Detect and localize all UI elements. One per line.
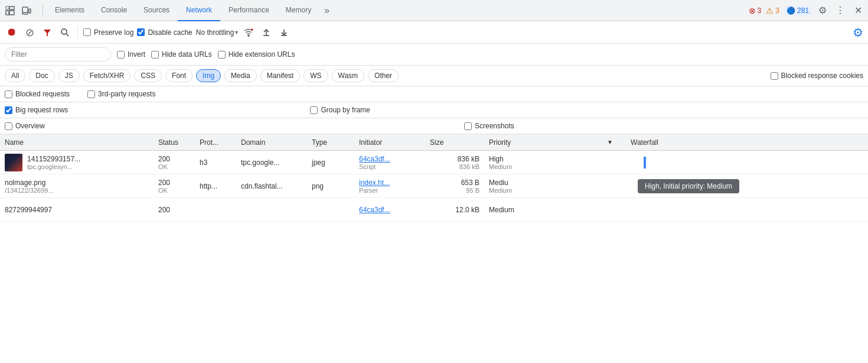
tab-network[interactable]: Network: [178, 0, 220, 21]
col-header-size[interactable]: Size: [425, 134, 484, 150]
inspect-icon[interactable]: [4, 4, 17, 17]
preserve-log-checkbox[interactable]: Preserve log: [83, 28, 133, 37]
col-header-name[interactable]: Name: [0, 134, 154, 150]
name-cell: 827299944997: [0, 205, 154, 215]
wifi-icon[interactable]: [242, 25, 256, 40]
tab-sources[interactable]: Sources: [135, 0, 178, 21]
name-cell: nolmage.png /134122/32699...: [0, 177, 154, 195]
hide-extension-urls-checkbox[interactable]: Hide extension URLs: [218, 50, 295, 59]
priority-tooltip: High, Initial priority: Medium: [638, 179, 739, 193]
type-btn-img[interactable]: Img: [196, 69, 221, 82]
options-left-2: Big request rows: [5, 106, 68, 114]
more-tabs-button[interactable]: »: [319, 0, 334, 21]
waterfall-cell: [626, 155, 744, 170]
blocked-requests-checkbox[interactable]: Blocked requests: [5, 90, 70, 98]
status-cell: 200 OK: [154, 154, 195, 171]
thumbnail: [5, 154, 22, 171]
disable-cache-checkbox[interactable]: Disable cache: [137, 28, 192, 37]
table-row[interactable]: 827299944997 200 64ca3df... 12.0 kB Medi…: [0, 198, 868, 222]
col-header-protocol[interactable]: Prot...: [195, 134, 236, 150]
type-btn-manifest[interactable]: Manifest: [260, 69, 300, 82]
group-by-frame-input[interactable]: [310, 106, 318, 114]
hide-extension-urls-input[interactable]: [218, 51, 226, 59]
blocked-cookies-checkbox[interactable]: Blocked response cookies: [771, 72, 863, 80]
col-header-type[interactable]: Type: [307, 134, 354, 150]
blocked-cookies-input[interactable]: [771, 72, 778, 80]
tab-memory[interactable]: Memory: [278, 0, 319, 21]
tab-performance[interactable]: Performance: [220, 0, 278, 21]
network-table: Name Status Prot... Domain Type Initiato…: [0, 134, 868, 222]
third-party-input[interactable]: [87, 90, 95, 98]
invert-input[interactable]: [117, 51, 125, 59]
svg-line-12: [252, 29, 253, 30]
protocol-cell: [195, 209, 236, 211]
search-button[interactable]: [58, 25, 72, 40]
type-btn-other[interactable]: Other: [368, 69, 399, 82]
preserve-log-input[interactable]: [83, 28, 91, 36]
waterfall-bar: [644, 180, 646, 192]
initiator-cell: 64ca3df...: [354, 205, 425, 215]
col-header-waterfall[interactable]: Waterfall: [626, 134, 744, 150]
network-settings-icon[interactable]: ⚙: [853, 25, 863, 40]
hide-data-urls-checkbox[interactable]: Hide data URLs: [151, 50, 212, 59]
type-btn-font[interactable]: Font: [165, 69, 192, 82]
sort-cell: [602, 209, 626, 211]
big-request-rows-input[interactable]: [5, 106, 12, 114]
svg-line-9: [66, 34, 68, 36]
type-btn-ws[interactable]: WS: [304, 69, 328, 82]
disable-cache-input[interactable]: [137, 28, 145, 36]
tab-console[interactable]: Console: [93, 0, 135, 21]
options-row-2: Big request rows Group by frame: [0, 102, 868, 118]
error-count-red[interactable]: ⊗ 3: [749, 6, 762, 15]
stop-recording-button[interactable]: ⏺: [5, 25, 19, 40]
tab-elements[interactable]: Elements: [47, 0, 93, 21]
group-by-frame-checkbox[interactable]: Group by frame: [310, 106, 370, 114]
type-btn-css[interactable]: CSS: [134, 69, 162, 82]
clear-button[interactable]: ⊘: [22, 25, 37, 40]
options-row-3: Overview Screenshots: [0, 118, 868, 134]
invert-checkbox[interactable]: Invert: [117, 50, 145, 59]
overview-input[interactable]: [5, 122, 12, 130]
filter-row: Invert Hide data URLs Hide extension URL…: [0, 44, 868, 66]
type-btn-media[interactable]: Media: [224, 69, 257, 82]
screenshots-checkbox[interactable]: Screenshots: [464, 122, 514, 130]
device-icon[interactable]: [20, 4, 33, 17]
filter-input[interactable]: [5, 47, 111, 61]
upload-icon[interactable]: [259, 25, 273, 40]
protocol-cell: http...: [195, 181, 236, 192]
more-options-icon[interactable]: ⋮: [834, 4, 847, 17]
table-row[interactable]: 141152993157... tpc.googlesyn... 200 OK …: [0, 151, 868, 174]
col-header-initiator[interactable]: Initiator: [354, 134, 425, 150]
svg-point-10: [248, 35, 249, 36]
type-btn-fetch-xhr[interactable]: Fetch/XHR: [83, 69, 131, 82]
col-header-domain[interactable]: Domain: [236, 134, 307, 150]
blocked-requests-input[interactable]: [5, 90, 12, 98]
table-row[interactable]: nolmage.png /134122/32699... 200 OK http…: [0, 174, 868, 198]
initiator-cell: index.ht... Parser: [354, 177, 425, 195]
options-row-1: Blocked requests 3rd-party requests: [0, 86, 868, 102]
error-count-blue[interactable]: 🔵 281: [784, 6, 811, 15]
waterfall-bar: [644, 157, 646, 168]
overview-checkbox[interactable]: Overview: [5, 122, 45, 130]
throttle-selector[interactable]: No throttling ▾: [196, 28, 239, 37]
close-devtools-icon[interactable]: ✕: [851, 4, 864, 17]
hide-data-urls-input[interactable]: [151, 51, 159, 59]
type-btn-js[interactable]: JS: [58, 69, 80, 82]
type-cell: png: [307, 181, 354, 192]
filter-icon[interactable]: [40, 25, 54, 40]
col-header-status[interactable]: Status: [154, 134, 195, 150]
col-header-sort[interactable]: ▼: [602, 134, 626, 150]
third-party-checkbox[interactable]: 3rd-party requests: [87, 90, 155, 98]
col-header-priority[interactable]: Priority: [484, 134, 602, 150]
type-btn-all[interactable]: All: [5, 69, 25, 82]
big-request-rows-checkbox[interactable]: Big request rows: [5, 106, 68, 114]
type-btn-doc[interactable]: Doc: [29, 69, 54, 82]
screenshots-input[interactable]: [464, 122, 472, 130]
domain-cell: tpc.google...: [236, 157, 307, 168]
settings-gear-icon[interactable]: ⚙: [816, 4, 829, 17]
download-icon[interactable]: [277, 25, 291, 40]
type-btn-wasm[interactable]: Wasm: [332, 69, 365, 82]
error-count-yellow[interactable]: ⚠ 3: [766, 6, 779, 15]
devtools-icons: [4, 4, 33, 17]
tab-bar: Elements Console Sources Network Perform…: [0, 0, 868, 21]
